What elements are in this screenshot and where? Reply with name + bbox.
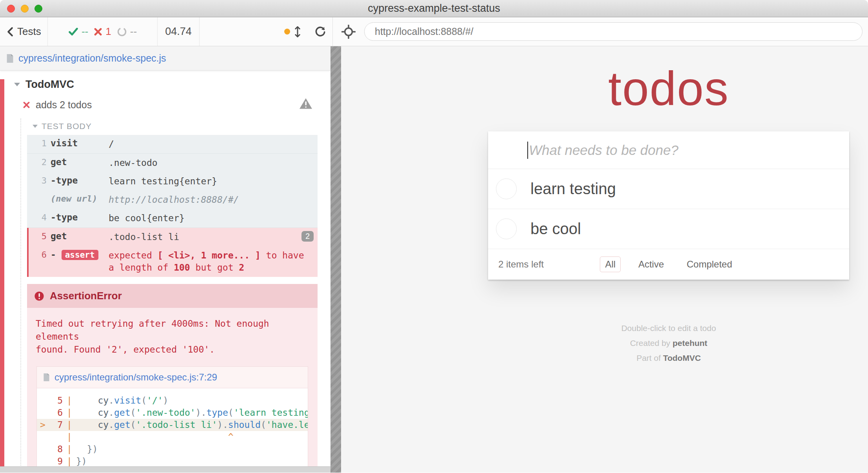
error-name: AssertionError <box>50 290 122 302</box>
test-adds-2-todos[interactable]: adds 2 todos <box>0 93 330 113</box>
todomvc-link[interactable]: TodoMVC <box>663 353 701 362</box>
reload-button[interactable] <box>314 26 326 38</box>
suite-name: TodoMVC <box>25 78 74 91</box>
command-method: (new url) <box>51 194 109 204</box>
suite-todomvc[interactable]: TodoMVC <box>0 71 330 93</box>
code-frame-body: 5| cy.visit('/') 6| cy.get('.new-todo').… <box>37 388 308 466</box>
code-frame: cypress/integration/smoke-spec.js:7:29 5… <box>36 366 308 466</box>
command-message: .todo-list li <box>109 231 313 243</box>
test-duration: 04.74 <box>158 17 200 46</box>
stat-passed[interactable]: -- <box>68 25 88 38</box>
stat-pending[interactable]: -- <box>117 25 137 38</box>
command-number: 6 <box>29 249 47 260</box>
elements-count-badge: 2 <box>301 231 314 242</box>
assert-message: expected [ <li>, 1 more... ] to have a l… <box>109 249 313 274</box>
text-cursor <box>527 142 528 159</box>
command-get[interactable]: 2 get .new-todo <box>27 154 318 172</box>
code-line-7-highlighted: > 7| cy.get('.todo-list li').should('hav… <box>37 419 308 431</box>
command-method: -type <box>51 212 109 222</box>
command-method: - assert <box>51 249 109 260</box>
error-info-icon <box>34 291 44 301</box>
test-body-toggle[interactable]: TEST BODY <box>27 118 330 135</box>
toolbar-right-tools <box>200 17 332 46</box>
viewport-scale-icon <box>294 26 301 38</box>
viewport-dot-icon <box>284 29 290 35</box>
author-link[interactable]: petehunt <box>672 338 707 347</box>
test-fail-x-icon <box>23 101 30 109</box>
error-message: Timed out retrying after 4000ms: Not eno… <box>36 317 309 356</box>
error-header: AssertionError <box>27 284 318 308</box>
failed-commands-group: 5 get .todo-list li 2 6 - assert expecte… <box>27 228 318 277</box>
command-assert-failed[interactable]: 6 - assert expected [ <li>, 1 more... ] … <box>29 246 318 277</box>
filter-all[interactable]: All <box>600 257 621 272</box>
url-toolbar <box>332 17 868 46</box>
command-method: visit <box>51 138 109 148</box>
part-of-line: Part of TodoMVC <box>488 351 849 366</box>
spec-header: cypress/integration/smoke-spec.js <box>0 46 330 71</box>
filter-completed[interactable]: Completed <box>681 257 737 272</box>
chevron-left-icon <box>6 27 14 37</box>
command-number: 4 <box>27 212 47 222</box>
todo-footer: 2 items left All Active Completed <box>488 249 849 280</box>
assert-pill: assert <box>62 250 98 260</box>
created-by-line: Created by petehunt <box>488 336 849 351</box>
file-icon <box>43 373 50 382</box>
filter-active[interactable]: Active <box>633 257 669 272</box>
new-todo-row <box>488 131 849 169</box>
titlebar: cypress-example-test-status <box>0 0 868 17</box>
back-to-tests-label: Tests <box>17 25 41 38</box>
todo-toggle-checkbox[interactable] <box>496 218 517 239</box>
back-to-tests-button[interactable]: Tests <box>0 17 48 46</box>
code-line-6: 6| cy.get('.new-todo').type('learn testi… <box>37 407 308 419</box>
code-frame-header: cypress/integration/smoke-spec.js:7:29 <box>37 367 308 388</box>
command-message: / <box>109 138 313 150</box>
todo-item[interactable]: learn testing <box>488 169 849 209</box>
command-visit[interactable]: 1 visit / <box>27 135 318 154</box>
x-icon <box>94 27 102 36</box>
error-body: Timed out retrying after 4000ms: Not eno… <box>27 308 318 466</box>
failed-test-strip <box>0 79 4 466</box>
check-icon <box>68 27 78 36</box>
window-title: cypress-example-test-status <box>0 0 868 17</box>
aut-url-input[interactable] <box>364 22 863 41</box>
command-type[interactable]: 3 -type learn testing{enter} <box>27 172 318 191</box>
command-method: -type <box>51 175 109 186</box>
command-method: get <box>51 231 109 241</box>
cypress-window: cypress-example-test-status Tests -- 1 <box>0 0 868 473</box>
test-attempt: TEST BODY 1 visit / 2 get .new-todo <box>20 118 330 466</box>
command-message: .new-todo <box>109 157 313 169</box>
code-caret-line: | ^ <box>37 431 308 443</box>
caret-down-icon <box>33 125 38 128</box>
reporter-panel: cypress/integration/smoke-spec.js TodoMV… <box>0 46 330 473</box>
new-todo-input[interactable] <box>488 131 849 169</box>
selector-playground-button[interactable] <box>341 25 356 39</box>
caret-down-icon <box>14 83 20 86</box>
command-message: learn testing{enter} <box>109 175 313 187</box>
failed-count: 1 <box>105 25 111 38</box>
command-message: be cool{enter} <box>109 212 313 224</box>
todoapp-card: learn testing be cool 2 items left All A… <box>488 131 849 280</box>
panel-resizer-handle[interactable] <box>330 46 341 473</box>
command-new-url-event[interactable]: (new url) http://localhost:8888/#/ <box>27 191 318 209</box>
viewport-indicator[interactable] <box>284 26 301 38</box>
spec-file-link[interactable]: cypress/integration/smoke-spec.js <box>18 53 166 64</box>
command-number: 5 <box>29 231 47 241</box>
commands-list: 1 visit / 2 get .new-todo 3 -type le <box>27 135 318 277</box>
file-icon <box>6 54 14 63</box>
todo-item[interactable]: be cool <box>488 209 849 249</box>
stat-failed[interactable]: 1 <box>94 25 111 38</box>
command-number: 2 <box>27 157 47 167</box>
command-type-2[interactable]: 4 -type be cool{enter} <box>27 209 318 228</box>
code-frame-file-link[interactable]: cypress/integration/smoke-spec.js:7:29 <box>54 372 217 383</box>
todo-toggle-checkbox[interactable] <box>496 178 517 199</box>
error-column-caret: ^ <box>228 432 234 442</box>
reporter-bottom-scrollbar[interactable] <box>0 466 330 473</box>
command-get-failed[interactable]: 5 get .todo-list li 2 <box>29 228 318 246</box>
test-stats: -- 1 -- <box>48 17 158 46</box>
error-line-arrow: > <box>40 419 45 431</box>
code-line-8: 8| }) <box>37 443 308 455</box>
todos-app-title: todos <box>488 61 849 116</box>
command-number: 1 <box>27 138 47 148</box>
warning-triangle-icon <box>299 98 312 109</box>
test-body-label: TEST BODY <box>42 122 92 131</box>
